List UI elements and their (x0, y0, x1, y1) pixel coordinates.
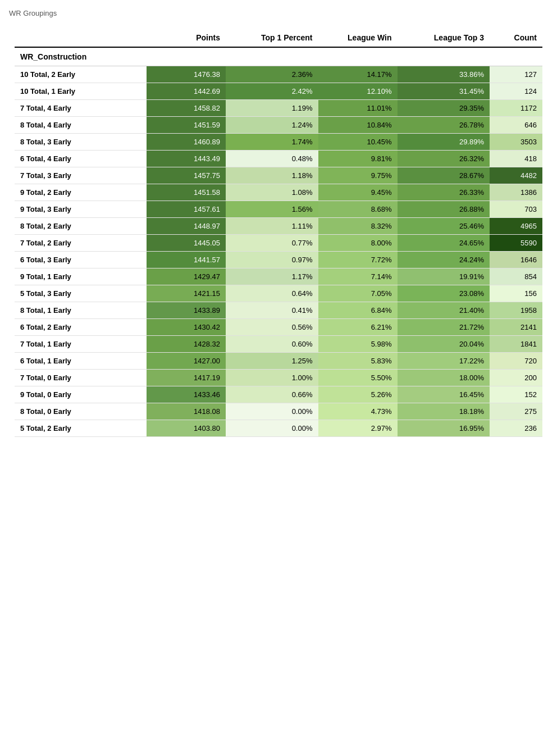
cell-points: 1421.15 (147, 285, 226, 302)
cell-points: 1458.82 (147, 100, 226, 117)
cell-points: 1403.80 (147, 420, 226, 437)
cell-leagueWin: 8.00% (318, 235, 398, 252)
row-label: 7 Total, 2 Early (15, 235, 147, 252)
cell-points: 1429.47 (147, 268, 226, 285)
table-row: 10 Total, 2 Early1476.382.36%14.17%33.86… (15, 66, 542, 83)
cell-leagueTop3: 16.95% (398, 420, 490, 437)
cell-leagueTop3: 24.65% (398, 235, 490, 252)
cell-leagueTop3: 16.45% (398, 386, 490, 403)
cell-points: 1448.97 (147, 218, 226, 235)
wr-groupings-table: Points Top 1 Percent League Win League T… (15, 29, 542, 437)
table-row: 7 Total, 1 Early1428.320.60%5.98%20.04%1… (15, 336, 542, 353)
cell-leagueWin: 11.01% (318, 100, 398, 117)
row-label: 8 Total, 0 Early (15, 403, 147, 420)
cell-leagueWin: 8.32% (318, 218, 398, 235)
col-header-leaguetop3: League Top 3 (398, 29, 490, 47)
cell-top1: 0.56% (226, 319, 318, 336)
table-row: 6 Total, 1 Early1427.001.25%5.83%17.22%7… (15, 353, 542, 370)
cell-leagueTop3: 24.24% (398, 252, 490, 268)
cell-top1: 0.00% (226, 403, 318, 420)
row-label: 5 Total, 2 Early (15, 420, 147, 437)
table-row: 9 Total, 2 Early1451.581.08%9.45%26.33%1… (15, 184, 542, 201)
table-row: 6 Total, 4 Early1443.490.48%9.81%26.32%4… (15, 151, 542, 167)
cell-top1: 2.36% (226, 66, 318, 83)
cell-count: 646 (490, 117, 542, 134)
cell-leagueTop3: 26.78% (398, 117, 490, 134)
cell-top1: 1.56% (226, 201, 318, 218)
table-row: 9 Total, 3 Early1457.611.56%8.68%26.88%7… (15, 201, 542, 218)
cell-top1: 0.41% (226, 302, 318, 319)
cell-count: 1841 (490, 336, 542, 353)
cell-leagueTop3: 20.04% (398, 336, 490, 353)
table-row: 8 Total, 2 Early1448.971.11%8.32%25.46%4… (15, 218, 542, 235)
cell-count: 3503 (490, 134, 542, 151)
row-label: 6 Total, 1 Early (15, 353, 147, 370)
cell-points: 1427.00 (147, 353, 226, 370)
cell-count: 1958 (490, 302, 542, 319)
cell-points: 1476.38 (147, 66, 226, 83)
cell-leagueTop3: 28.67% (398, 167, 490, 184)
cell-leagueWin: 5.83% (318, 353, 398, 370)
cell-leagueTop3: 26.33% (398, 184, 490, 201)
cell-points: 1442.69 (147, 83, 226, 100)
cell-top1: 1.25% (226, 353, 318, 370)
cell-top1: 2.42% (226, 83, 318, 100)
row-label: 8 Total, 1 Early (15, 302, 147, 319)
table-row: 6 Total, 3 Early1441.570.97%7.72%24.24%1… (15, 252, 542, 268)
cell-leagueWin: 9.81% (318, 151, 398, 167)
cell-points: 1451.58 (147, 184, 226, 201)
row-label: 10 Total, 2 Early (15, 66, 147, 83)
cell-count: 127 (490, 66, 542, 83)
row-label: 8 Total, 3 Early (15, 134, 147, 151)
cell-count: 275 (490, 403, 542, 420)
col-header-leaguewin: League Win (318, 29, 398, 47)
row-label: 7 Total, 1 Early (15, 336, 147, 353)
cell-leagueTop3: 21.72% (398, 319, 490, 336)
cell-leagueWin: 5.98% (318, 336, 398, 353)
cell-leagueWin: 8.68% (318, 201, 398, 218)
cell-points: 1417.19 (147, 370, 226, 386)
cell-leagueWin: 7.14% (318, 268, 398, 285)
cell-count: 854 (490, 268, 542, 285)
cell-points: 1451.59 (147, 117, 226, 134)
cell-points: 1457.61 (147, 201, 226, 218)
cell-leagueTop3: 17.22% (398, 353, 490, 370)
section-header-row: WR_Construction (15, 47, 542, 66)
cell-points: 1457.75 (147, 167, 226, 184)
cell-points: 1418.08 (147, 403, 226, 420)
cell-top1: 1.00% (226, 370, 318, 386)
col-header-points: Points (147, 29, 226, 47)
col-header-count: Count (490, 29, 542, 47)
cell-top1: 1.18% (226, 167, 318, 184)
cell-leagueTop3: 21.40% (398, 302, 490, 319)
cell-leagueWin: 6.21% (318, 319, 398, 336)
page-title: WR Groupings (9, 9, 539, 17)
row-label: 7 Total, 0 Early (15, 370, 147, 386)
cell-points: 1430.42 (147, 319, 226, 336)
cell-count: 236 (490, 420, 542, 437)
table-row: 5 Total, 2 Early1403.800.00%2.97%16.95%2… (15, 420, 542, 437)
cell-leagueTop3: 18.18% (398, 403, 490, 420)
cell-top1: 1.17% (226, 268, 318, 285)
cell-leagueWin: 2.97% (318, 420, 398, 437)
cell-leagueTop3: 23.08% (398, 285, 490, 302)
cell-top1: 0.97% (226, 252, 318, 268)
table-row: 7 Total, 0 Early1417.191.00%5.50%18.00%2… (15, 370, 542, 386)
cell-count: 124 (490, 83, 542, 100)
cell-leagueWin: 7.72% (318, 252, 398, 268)
cell-count: 4965 (490, 218, 542, 235)
cell-count: 2141 (490, 319, 542, 336)
cell-leagueWin: 5.26% (318, 386, 398, 403)
cell-count: 4482 (490, 167, 542, 184)
cell-leagueTop3: 29.35% (398, 100, 490, 117)
cell-leagueWin: 4.73% (318, 403, 398, 420)
cell-leagueTop3: 26.32% (398, 151, 490, 167)
cell-leagueTop3: 33.86% (398, 66, 490, 83)
cell-count: 200 (490, 370, 542, 386)
cell-leagueTop3: 25.46% (398, 218, 490, 235)
row-label: 10 Total, 1 Early (15, 83, 147, 100)
cell-count: 703 (490, 201, 542, 218)
cell-count: 1646 (490, 252, 542, 268)
table-row: 7 Total, 4 Early1458.821.19%11.01%29.35%… (15, 100, 542, 117)
cell-top1: 0.77% (226, 235, 318, 252)
